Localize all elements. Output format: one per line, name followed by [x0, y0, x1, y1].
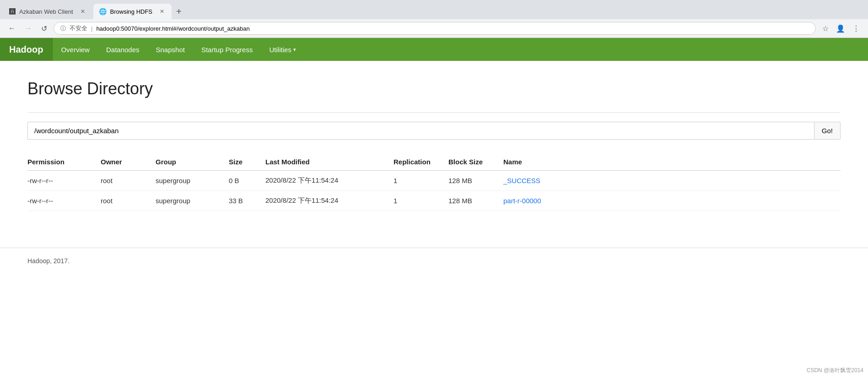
tab-hdfs-icon: 🌐 — [99, 8, 107, 15]
col-header-group: Group — [156, 153, 229, 171]
path-row: Go! — [27, 122, 841, 140]
cell-name-0[interactable]: _SUCCESS — [503, 171, 841, 191]
cell-permission-1: -rw-r--r-- — [27, 191, 101, 211]
col-header-permission: Permission — [27, 153, 101, 171]
utilities-dropdown-arrow: ▾ — [293, 47, 296, 53]
col-header-name: Name — [503, 153, 841, 171]
cell-size-0: 0 B — [229, 171, 265, 191]
go-button[interactable]: Go! — [814, 122, 841, 140]
table-row: -rw-r--r-- root supergroup 0 B 2020/8/22… — [27, 171, 841, 191]
tab-azkaban-close[interactable]: ✕ — [79, 7, 87, 16]
hadoop-brand[interactable]: Hadoop — [0, 38, 53, 61]
directory-table: Permission Owner Group Size Last Modifie… — [27, 153, 841, 211]
address-bar-row: ← → ↺ ⓘ 不安全 | hadoop0:50070/explorer.htm… — [0, 19, 868, 38]
insecure-icon: ⓘ — [60, 25, 66, 32]
cell-size-1: 33 B — [229, 191, 265, 211]
account-button[interactable]: 👤 — [833, 22, 848, 35]
nav-item-utilities[interactable]: Utilities ▾ — [261, 38, 304, 61]
footer-text: Hadoop, 2017. — [27, 257, 70, 265]
col-header-size: Size — [229, 153, 265, 171]
nav-item-overview[interactable]: Overview — [53, 38, 98, 61]
tab-hdfs-close[interactable]: ✕ — [158, 7, 166, 16]
table-row: -rw-r--r-- root supergroup 33 B 2020/8/2… — [27, 191, 841, 211]
hadoop-nav-items: Overview Datanodes Snapshot Startup Prog… — [53, 38, 304, 61]
main-content: Browse Directory Go! Permission Owner Gr… — [0, 61, 868, 229]
menu-button[interactable]: ⋮ — [850, 22, 863, 35]
title-divider — [27, 112, 841, 113]
new-tab-button[interactable]: + — [173, 5, 185, 19]
nav-item-utilities-label: Utilities — [269, 46, 291, 54]
cell-last-modified-0: 2020/8/22 下午11:54:24 — [265, 171, 394, 191]
cell-replication-0: 1 — [394, 171, 448, 191]
file-link-0[interactable]: _SUCCESS — [503, 177, 540, 184]
tab-bar: 🅰 Azkaban Web Client ✕ 🌐 Browsing HDFS ✕… — [0, 0, 868, 19]
file-link-1[interactable]: part-r-00000 — [503, 197, 541, 205]
cell-name-1[interactable]: part-r-00000 — [503, 191, 841, 211]
hadoop-navbar: Hadoop Overview Datanodes Snapshot Start… — [0, 38, 868, 61]
cell-replication-1: 1 — [394, 191, 448, 211]
col-header-owner: Owner — [101, 153, 156, 171]
path-input[interactable] — [27, 122, 814, 140]
tab-azkaban-icon: 🅰 — [9, 8, 16, 15]
nav-item-datanodes[interactable]: Datanodes — [98, 38, 148, 61]
cell-block-size-0: 128 MB — [448, 171, 503, 191]
page-title: Browse Directory — [27, 79, 841, 98]
cell-last-modified-1: 2020/8/22 下午11:54:24 — [265, 191, 394, 211]
browser-chrome: 🅰 Azkaban Web Client ✕ 🌐 Browsing HDFS ✕… — [0, 0, 868, 38]
address-bar[interactable]: ⓘ 不安全 | hadoop0:50070/explorer.html#/wor… — [54, 22, 816, 35]
cell-group-0: supergroup — [156, 171, 229, 191]
tab-azkaban[interactable]: 🅰 Azkaban Web Client ✕ — [4, 4, 92, 19]
cell-permission-0: -rw-r--r-- — [27, 171, 101, 191]
table-header-row: Permission Owner Group Size Last Modifie… — [27, 153, 841, 171]
url-separator: | — [91, 25, 92, 32]
back-button[interactable]: ← — [5, 22, 18, 34]
footer: Hadoop, 2017. — [0, 248, 868, 274]
tab-hdfs[interactable]: 🌐 Browsing HDFS ✕ — [93, 4, 172, 19]
url-text: hadoop0:50070/explorer.html#/wordcount/o… — [96, 25, 249, 32]
col-header-last-modified: Last Modified — [265, 153, 394, 171]
cell-group-1: supergroup — [156, 191, 229, 211]
nav-item-snapshot[interactable]: Snapshot — [148, 38, 193, 61]
tab-hdfs-title: Browsing HDFS — [110, 8, 152, 15]
forward-button[interactable]: → — [22, 22, 35, 34]
cell-owner-0: root — [101, 171, 156, 191]
col-header-replication: Replication — [394, 153, 448, 171]
address-bar-actions: ☆ 👤 ⋮ — [819, 22, 863, 35]
cell-owner-1: root — [101, 191, 156, 211]
refresh-button[interactable]: ↺ — [38, 22, 50, 35]
bookmark-button[interactable]: ☆ — [819, 22, 831, 35]
tab-azkaban-title: Azkaban Web Client — [19, 8, 73, 15]
cell-block-size-1: 128 MB — [448, 191, 503, 211]
insecure-label: 不安全 — [70, 24, 87, 32]
nav-item-startup-progress[interactable]: Startup Progress — [193, 38, 261, 61]
col-header-block-size: Block Size — [448, 153, 503, 171]
